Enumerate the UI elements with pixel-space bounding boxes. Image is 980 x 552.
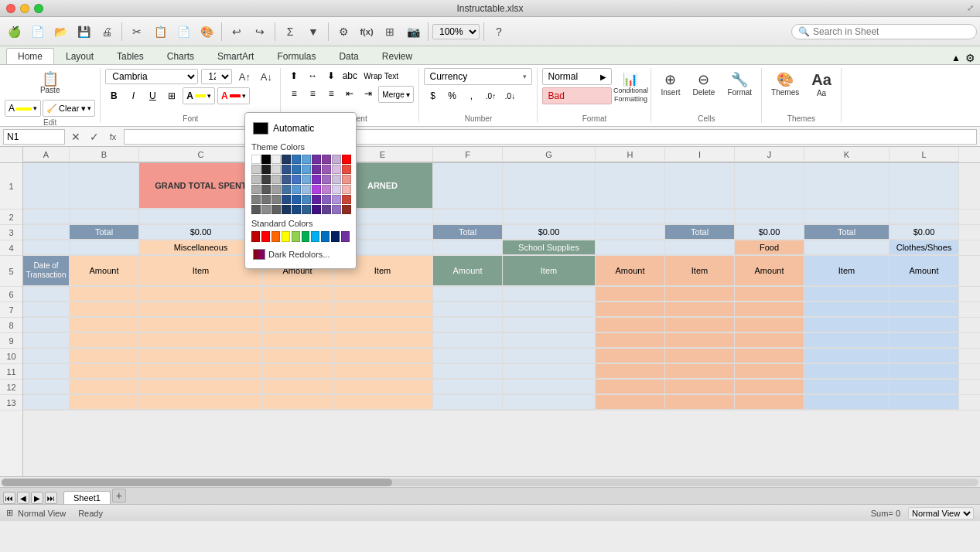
align-bottom-button[interactable]: ⬇ xyxy=(323,68,340,83)
add-sheet-button[interactable]: + xyxy=(112,489,126,503)
cell-b2[interactable] xyxy=(70,210,139,224)
row-header-7[interactable]: 7 xyxy=(0,302,22,318)
cell-b1[interactable] xyxy=(70,163,139,209)
cell-l8[interactable] xyxy=(890,318,959,332)
theme-color-swatch[interactable] xyxy=(332,155,341,164)
cell-f5[interactable]: Amount xyxy=(433,256,503,286)
cell-k5[interactable]: Item xyxy=(804,256,890,286)
help-button[interactable]: ? xyxy=(488,21,510,43)
cancel-formula-button[interactable]: ✕ xyxy=(68,129,84,145)
cell-j9[interactable] xyxy=(735,333,804,348)
cell-k10[interactable] xyxy=(804,349,890,363)
resize-icon[interactable]: ⤢ xyxy=(967,3,974,13)
theme-color-swatch[interactable] xyxy=(282,155,291,164)
tab-layout[interactable]: Layout xyxy=(54,48,105,64)
cell-reference-input[interactable] xyxy=(3,129,65,145)
search-box[interactable]: 🔍 xyxy=(791,24,977,39)
cell-h2[interactable] xyxy=(596,210,665,224)
cell-a10[interactable] xyxy=(23,349,70,363)
row-header-11[interactable]: 11 xyxy=(0,364,22,380)
theme-color-swatch[interactable] xyxy=(312,165,321,174)
std-color-blue[interactable] xyxy=(321,231,330,242)
theme-color-swatch[interactable] xyxy=(282,195,291,204)
cell-b7[interactable] xyxy=(70,302,139,317)
cell-k7[interactable] xyxy=(804,302,890,317)
increase-font-size-button[interactable]: A↑ xyxy=(235,68,254,85)
fill-button[interactable]: A ▾ xyxy=(5,100,41,117)
row-header-4[interactable]: 4 xyxy=(0,240,22,256)
normal-style-button[interactable]: Normal ▶ xyxy=(542,68,612,85)
col-header-g[interactable]: G xyxy=(503,147,596,162)
cell-b11[interactable] xyxy=(70,364,139,379)
cell-h4[interactable] xyxy=(596,240,665,255)
cell-b8[interactable] xyxy=(70,318,139,332)
std-color-red[interactable] xyxy=(261,231,270,242)
cell-j8[interactable] xyxy=(735,318,804,332)
theme-color-swatch[interactable] xyxy=(261,155,271,164)
tab-charts[interactable]: Charts xyxy=(155,48,206,64)
cell-h7[interactable] xyxy=(596,302,665,317)
cell-g1[interactable] xyxy=(503,163,596,209)
apple-menu-button[interactable]: 🍏 xyxy=(3,21,25,43)
cell-i7[interactable] xyxy=(665,302,735,317)
theme-color-swatch[interactable] xyxy=(312,195,321,204)
cell-j4[interactable]: Food xyxy=(735,240,804,255)
cell-d7[interactable] xyxy=(263,302,333,317)
cell-g3[interactable]: $0.00 xyxy=(503,225,596,240)
cell-c6[interactable] xyxy=(139,287,263,302)
cell-k4[interactable] xyxy=(804,240,890,255)
cell-l13[interactable] xyxy=(890,395,959,410)
cell-i8[interactable] xyxy=(665,318,735,332)
cell-g9[interactable] xyxy=(503,333,596,348)
cell-i5[interactable]: Item xyxy=(665,256,735,286)
cell-h11[interactable] xyxy=(596,364,665,379)
theme-color-swatch[interactable] xyxy=(302,195,311,204)
theme-color-swatch[interactable] xyxy=(251,165,261,174)
themes-button[interactable]: 🎨 Themes xyxy=(767,68,804,100)
format-paint-button[interactable]: 🎨 xyxy=(196,21,217,43)
theme-color-swatch[interactable] xyxy=(302,155,311,164)
insert-button[interactable]: ⊕ Insert xyxy=(656,68,685,100)
cell-b10[interactable] xyxy=(70,349,139,363)
theme-color-swatch[interactable] xyxy=(332,175,341,184)
print-button[interactable]: 🖨 xyxy=(96,21,118,43)
cell-h5[interactable]: Amount xyxy=(596,256,665,286)
align-middle-button[interactable]: ↔ xyxy=(304,68,321,83)
theme-color-swatch[interactable] xyxy=(302,205,311,214)
theme-color-swatch[interactable] xyxy=(312,155,321,164)
cell-d6[interactable] xyxy=(263,287,333,302)
camera-button[interactable]: 📷 xyxy=(402,21,424,43)
theme-color-swatch[interactable] xyxy=(302,175,311,184)
cell-c8[interactable] xyxy=(139,318,263,332)
cell-l2[interactable] xyxy=(890,210,959,224)
cell-i13[interactable] xyxy=(665,395,735,410)
theme-color-swatch[interactable] xyxy=(251,175,261,184)
cell-j12[interactable] xyxy=(735,380,804,394)
prev-sheet-button[interactable]: ◀ xyxy=(17,492,29,504)
cell-g13[interactable] xyxy=(503,395,596,410)
theme-color-swatch[interactable] xyxy=(282,175,291,184)
row-header-1[interactable]: 1 xyxy=(0,163,22,210)
paste-button[interactable]: 📄 xyxy=(172,21,194,43)
theme-color-swatch[interactable] xyxy=(322,175,331,184)
cell-j2[interactable] xyxy=(735,210,804,224)
cell-g10[interactable] xyxy=(503,349,596,363)
col-header-j[interactable]: J xyxy=(735,147,804,162)
cell-i2[interactable] xyxy=(665,210,735,224)
theme-color-swatch[interactable] xyxy=(251,155,261,164)
row-header-6[interactable]: 6 xyxy=(0,287,22,302)
cell-k9[interactable] xyxy=(804,333,890,348)
cell-j10[interactable] xyxy=(735,349,804,363)
ribbon-collapse-icon[interactable]: ▲ xyxy=(951,53,961,63)
cell-j13[interactable] xyxy=(735,395,804,410)
freeze-button[interactable]: ⊞ xyxy=(379,21,401,43)
cell-g6[interactable] xyxy=(503,287,596,302)
conditional-formatting-button[interactable]: 📊 Conditional Formatting xyxy=(615,68,646,107)
theme-color-swatch[interactable] xyxy=(322,165,331,174)
theme-color-swatch[interactable] xyxy=(261,175,271,184)
cell-j6[interactable] xyxy=(735,287,804,302)
search-input[interactable] xyxy=(813,26,970,37)
cell-i4[interactable] xyxy=(665,240,735,255)
indent-decrease-button[interactable]: ⇤ xyxy=(341,86,358,101)
cell-a7[interactable] xyxy=(23,302,70,317)
